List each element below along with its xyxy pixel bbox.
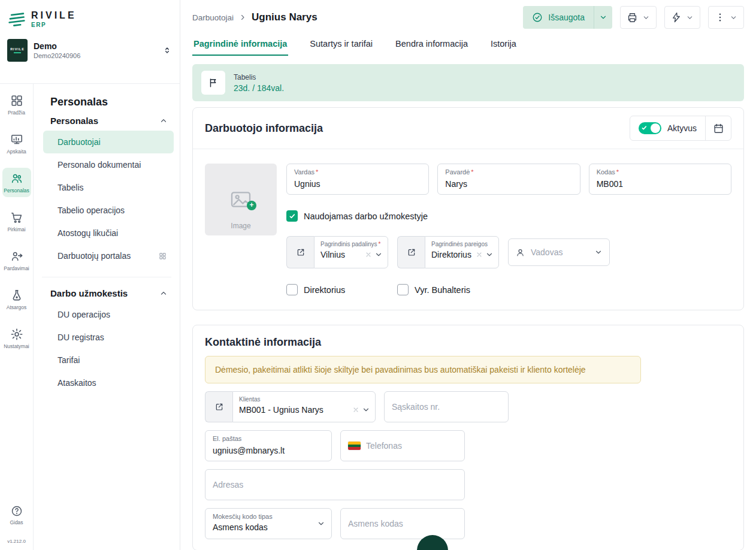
sidebar-item-tabelio-operacijos[interactable]: Tabelio operacijos (43, 199, 174, 222)
active-toggle[interactable]: Aktyvus (630, 122, 705, 134)
add-photo-badge[interactable]: + (247, 201, 256, 210)
rail-item-atsargos[interactable]: Atsargos (2, 285, 31, 314)
pareigos-open-button[interactable] (397, 236, 425, 268)
padalinys-input[interactable] (320, 249, 362, 261)
toggle-knob (651, 123, 660, 133)
rail-item-apskaita[interactable]: Apskaita (2, 129, 31, 158)
payroll-checkbox-row[interactable]: Naudojamas darbo užmokestyje (286, 210, 731, 222)
padalinys-field: Pagrindinis padalinys* (314, 236, 388, 268)
vadovas-input[interactable] (531, 246, 589, 258)
vardas-input[interactable] (294, 178, 421, 190)
pareigos-label: Pagrindinės pareigos (431, 240, 488, 248)
inventory-icon (10, 289, 23, 302)
direktorius-checkbox[interactable] (286, 284, 298, 295)
quick-actions-button[interactable] (664, 6, 700, 29)
sidebar-item-darbuotoju-portalas[interactable]: Darbuotojų portalas (43, 244, 174, 267)
tab-bendra-informacija[interactable]: Bendra informacija (394, 34, 469, 56)
saved-status-button[interactable]: Išsaugota (523, 6, 612, 29)
page-content: Tabelis 23d. / 184val. Darbuotojo inform… (180, 56, 756, 550)
section-personalas[interactable]: Personalas (34, 110, 180, 131)
sidebar-item-label: DU registras (58, 333, 104, 342)
rail-item-personalas[interactable]: Personalas (2, 168, 31, 197)
people-icon (10, 172, 23, 185)
sidebar-item-tarifai[interactable]: Tarifai (43, 349, 174, 371)
calendar-button[interactable] (706, 116, 731, 140)
breadcrumb: Darbuotojai Ugnius Narys (192, 11, 317, 23)
brand-wordmark: RIVILE ERP (31, 11, 77, 28)
topbar-actions: Išsaugota (523, 6, 744, 29)
image-upload[interactable]: + Image (205, 164, 277, 235)
sidebar-item-du-registras[interactable]: DU registras (43, 326, 174, 349)
asmens-kodas-input[interactable] (348, 518, 457, 530)
pavarde-input[interactable] (445, 178, 572, 190)
rail-item-pardavimai[interactable]: Pardavimai (2, 246, 31, 275)
saved-caret[interactable] (594, 6, 612, 29)
guide-button[interactable]: Gidas (2, 501, 31, 529)
sidebar-item-label: Darbuotojai (58, 137, 101, 147)
clear-icon[interactable] (352, 406, 359, 413)
klientas-input[interactable] (239, 404, 350, 416)
printer-icon (627, 12, 638, 23)
saskaitos-input[interactable] (392, 401, 501, 413)
chevron-down-icon[interactable] (594, 248, 603, 256)
more-menu-button[interactable] (708, 6, 744, 29)
sales-icon (10, 250, 23, 263)
clear-icon[interactable] (476, 251, 483, 258)
employee-card-title: Darbuotojo informacija (205, 122, 323, 135)
telefonas-input[interactable] (366, 440, 457, 452)
toggle-switch[interactable] (639, 122, 661, 134)
padalinys-open-button[interactable] (286, 236, 314, 268)
tab-sutartys-ir-tarifai[interactable]: Sutartys ir tarifai (309, 34, 374, 56)
sidebar-item-darbuotojai[interactable]: Darbuotojai (43, 131, 174, 153)
pareigos-input[interactable] (431, 249, 473, 261)
chevron-down-icon[interactable] (374, 250, 383, 259)
employee-form: Vardas* Pavardė* Kodas* (286, 164, 731, 295)
klientas-field: Klientas (232, 391, 376, 422)
sidebar-item-du-operacijos[interactable]: DU operacijos (43, 303, 174, 326)
sidebar-item-atostogu-likuciai[interactable]: Atostogų likučiai (43, 222, 174, 244)
sidebar-item-tabelis[interactable]: Tabelis (43, 176, 174, 199)
vyr-buhalteris-checkbox-row[interactable]: Vyr. Buhalteris (397, 284, 470, 295)
mokesciu-tipas-select[interactable]: Mokesčių kodo tipas Asmens kodas (205, 508, 332, 539)
grid-icon (159, 252, 167, 260)
pareigos-field: Pagrindinės pareigos (425, 236, 499, 268)
external-link-icon (296, 247, 306, 257)
direktorius-checkbox-row[interactable]: Direktorius (286, 284, 397, 295)
rail-item-pirkimai[interactable]: Pirkimai (2, 207, 31, 236)
sidebar-title: Personalas (34, 89, 180, 110)
sidebar-item-personalo-dokumentai[interactable]: Personalo dokumentai (43, 153, 174, 176)
rail-item-nustatymai[interactable]: Nustatymai (2, 324, 31, 353)
unfold-more-icon[interactable] (163, 46, 171, 55)
workspace-selector[interactable]: RIVILE Demo Demo20240906 (0, 39, 180, 62)
chevron-down-icon[interactable] (362, 406, 370, 414)
nav-rail: Pradžia Apskaita Personalas (0, 84, 34, 550)
settings-icon (10, 328, 23, 341)
org-fields-row: Pagrindinis padalinys* (286, 236, 731, 268)
mokesciu-tipas-value: Asmens kodas (213, 522, 324, 532)
required-mark: * (379, 240, 381, 248)
sidebar-item-ataskaitos[interactable]: Ataskaitos (43, 371, 174, 394)
chevron-right-icon (239, 14, 246, 21)
breadcrumb-item-darbuotojai[interactable]: Darbuotojai (192, 13, 234, 22)
section-darbo-uzmokestis[interactable]: Darbo užmokestis (34, 282, 180, 303)
cart-icon (10, 211, 23, 224)
vadovas-select[interactable] (508, 238, 610, 266)
rail-label: Apskaita (7, 149, 26, 155)
brand-subtitle: ERP (31, 22, 77, 28)
payroll-checkbox[interactable] (286, 210, 298, 222)
klientas-open-button[interactable] (205, 391, 232, 422)
tab-istorija[interactable]: Istorija (489, 34, 518, 56)
pastas-input[interactable] (213, 445, 324, 457)
adresas-input[interactable] (213, 479, 457, 491)
pavarde-label: Pavardė (445, 168, 470, 176)
warning-banner: Dėmesio, pakeitimai atlikti šioje skilty… (205, 356, 641, 383)
tab-pagrindine-informacija[interactable]: Pagrindinė informacija (192, 34, 288, 56)
rail-item-pradzia[interactable]: Pradžia (2, 90, 31, 119)
vyr-buhalteris-checkbox[interactable] (397, 284, 409, 295)
print-button[interactable] (620, 6, 657, 29)
kodas-input[interactable] (597, 178, 724, 190)
chevron-down-icon[interactable] (485, 250, 494, 259)
tabelis-link[interactable]: 23d. / 184val. (234, 83, 284, 93)
clear-icon[interactable] (365, 251, 372, 258)
saved-main[interactable]: Išsaugota (523, 6, 594, 29)
